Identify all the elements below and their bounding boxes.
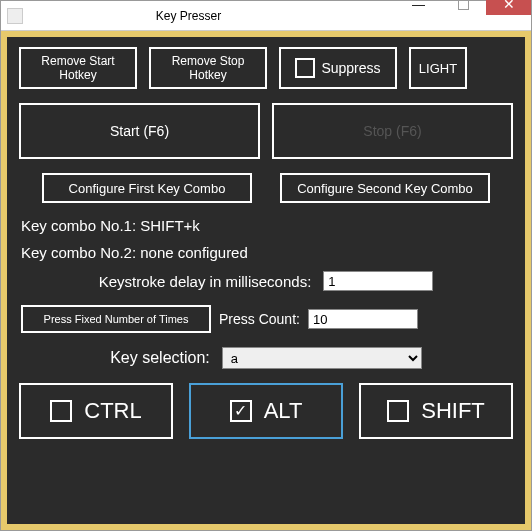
ctrl-checkbox-icon — [50, 400, 72, 422]
shift-checkbox-icon — [387, 400, 409, 422]
suppress-label: Suppress — [321, 60, 380, 76]
press-count-label: Press Count: — [219, 311, 300, 327]
suppress-checkbox-icon — [295, 58, 315, 78]
press-count-input[interactable] — [308, 309, 418, 329]
alt-checkbox-icon: ✓ — [230, 400, 252, 422]
start-stop-row: Start (F6) Stop (F6) — [19, 103, 513, 159]
remove-start-label: Remove StartHotkey — [41, 54, 114, 83]
key-select-row: Key selection: a — [19, 347, 513, 369]
maximize-button[interactable] — [441, 0, 486, 15]
close-button[interactable]: ✕ — [486, 0, 531, 15]
remove-start-hotkey-button[interactable]: Remove StartHotkey — [19, 47, 137, 89]
window-title: Key Presser — [0, 9, 396, 23]
titlebar-buttons: — ✕ — [396, 1, 531, 30]
configure-row: Configure First Key Combo Configure Seco… — [19, 173, 513, 203]
shift-label: SHIFT — [421, 398, 485, 424]
delay-row: Keystroke delay in milliseconds: — [19, 271, 513, 291]
delay-label: Keystroke delay in milliseconds: — [99, 273, 312, 290]
remove-stop-hotkey-button[interactable]: Remove StopHotkey — [149, 47, 267, 89]
top-row: Remove StartHotkey Remove StopHotkey Sup… — [19, 47, 513, 89]
alt-label: ALT — [264, 398, 303, 424]
suppress-toggle[interactable]: Suppress — [279, 47, 397, 89]
modifiers-row: CTRL ✓ ALT SHIFT — [19, 383, 513, 439]
shift-modifier-toggle[interactable]: SHIFT — [359, 383, 513, 439]
configure-second-combo-button[interactable]: Configure Second Key Combo — [280, 173, 490, 203]
ctrl-label: CTRL — [84, 398, 141, 424]
key-select-dropdown[interactable]: a — [222, 347, 422, 369]
press-fixed-button[interactable]: Press Fixed Number of Times — [21, 305, 211, 333]
alt-modifier-toggle[interactable]: ✓ ALT — [189, 383, 343, 439]
configure-first-combo-button[interactable]: Configure First Key Combo — [42, 173, 252, 203]
remove-stop-label: Remove StopHotkey — [172, 54, 245, 83]
delay-input[interactable] — [323, 271, 433, 291]
content-panel: Remove StartHotkey Remove StopHotkey Sup… — [7, 37, 525, 524]
titlebar: Key Presser — ✕ — [1, 1, 531, 31]
combo2-text: Key combo No.2: none configured — [21, 244, 513, 261]
press-count-row: Press Fixed Number of Times Press Count: — [19, 305, 513, 333]
app-window: Key Presser — ✕ Remove StartHotkey Remov… — [0, 0, 532, 531]
stop-button: Stop (F6) — [272, 103, 513, 159]
key-select-label: Key selection: — [110, 349, 210, 367]
start-button[interactable]: Start (F6) — [19, 103, 260, 159]
ctrl-modifier-toggle[interactable]: CTRL — [19, 383, 173, 439]
combo1-text: Key combo No.1: SHIFT+k — [21, 217, 513, 234]
minimize-button[interactable]: — — [396, 0, 441, 15]
light-theme-button[interactable]: LIGHT — [409, 47, 467, 89]
